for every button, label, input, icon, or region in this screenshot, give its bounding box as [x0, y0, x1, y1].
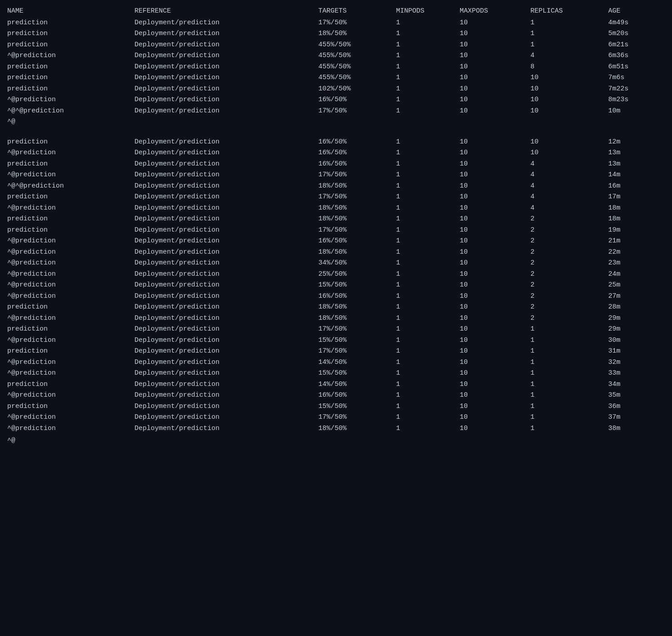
table-row: ^@predictionDeployment/prediction15%/50%…: [7, 280, 665, 291]
cell-name: ^@prediction: [7, 423, 134, 434]
cell-age: 35m: [608, 390, 665, 401]
cell-maxpods: 10: [460, 159, 530, 170]
cell-name: ^@prediction: [7, 269, 134, 280]
cell-minpods: 1: [396, 269, 460, 280]
cell-targets: 34%/50%: [318, 258, 396, 269]
cell-minpods: 1: [396, 72, 460, 84]
cell-age: [608, 116, 665, 128]
cell-age: 7m6s: [608, 72, 665, 84]
cell-age: 19m: [608, 225, 665, 236]
table-row: predictionDeployment/prediction18%/50%11…: [7, 214, 665, 225]
cell-name: prediction: [7, 225, 134, 236]
cell-reference: Deployment/prediction: [134, 335, 318, 346]
cell-age: 17m: [608, 192, 665, 203]
cell-minpods: 1: [396, 170, 460, 181]
table-container: NAME REFERENCE TARGETS MINPODS MAXPODS R…: [7, 5, 665, 434]
cell-maxpods: 10: [460, 192, 530, 203]
cell-targets: 17%/50%: [318, 170, 396, 181]
cell-targets: 16%/50%: [318, 291, 396, 302]
cell-replicas: 2: [530, 214, 608, 225]
cell-maxpods: 10: [460, 357, 530, 368]
cell-maxpods: 10: [460, 225, 530, 236]
cell-reference: Deployment/prediction: [134, 203, 318, 214]
table-row: ^@predictionDeployment/prediction18%/50%…: [7, 423, 665, 434]
cell-name: ^@prediction: [7, 258, 134, 269]
cell-targets: 14%/50%: [318, 379, 396, 390]
cell-reference: Deployment/prediction: [134, 192, 318, 203]
table-row: ^@predictionDeployment/prediction455%/50…: [7, 50, 665, 62]
cell-replicas: 1: [530, 423, 608, 434]
cell-name: prediction: [7, 28, 134, 40]
cell-minpods: 1: [396, 192, 460, 203]
cell-minpods: 1: [396, 368, 460, 379]
cell-minpods: 1: [396, 28, 460, 40]
table-row: ^@predictionDeployment/prediction15%/50%…: [7, 335, 665, 346]
cell-replicas: 10: [530, 94, 608, 106]
table-row: ^@predictionDeployment/prediction34%/50%…: [7, 258, 665, 269]
cell-minpods: 1: [396, 346, 460, 357]
cell-reference: Deployment/prediction: [134, 148, 318, 159]
cell-maxpods: 10: [460, 368, 530, 379]
cell-age: 8m23s: [608, 94, 665, 106]
cell-age: 13m: [608, 159, 665, 170]
cell-age: 18m: [608, 214, 665, 225]
cell-maxpods: 10: [460, 379, 530, 390]
cell-name: ^@prediction: [7, 94, 134, 106]
table-body: predictionDeployment/prediction17%/50%11…: [7, 18, 665, 434]
cell-name: prediction: [7, 379, 134, 390]
cell-name: ^@prediction: [7, 236, 134, 247]
cell-targets: 455%/50%: [318, 72, 396, 84]
cell-maxpods: 10: [460, 269, 530, 280]
cell-name: prediction: [7, 192, 134, 203]
cell-replicas: 1: [530, 390, 608, 401]
cell-age: 28m: [608, 302, 665, 313]
cell-targets: 18%/50%: [318, 203, 396, 214]
table-row: ^@predictionDeployment/prediction15%/50%…: [7, 368, 665, 379]
cell-minpods: 1: [396, 313, 460, 324]
cell-maxpods: 10: [460, 313, 530, 324]
table-row: predictionDeployment/prediction18%/50%11…: [7, 28, 665, 40]
cell-targets: 18%/50%: [318, 28, 396, 40]
cell-maxpods: 10: [460, 412, 530, 423]
cell-targets: 16%/50%: [318, 390, 396, 401]
cell-reference: Deployment/prediction: [134, 247, 318, 258]
table-row: ^@predictionDeployment/prediction14%/50%…: [7, 357, 665, 368]
table-row: ^@predictionDeployment/prediction18%/50%…: [7, 203, 665, 214]
table-row: predictionDeployment/prediction17%/50%11…: [7, 192, 665, 203]
cell-name: ^@prediction: [7, 368, 134, 379]
cell-age: 21m: [608, 236, 665, 247]
cell-minpods: 1: [396, 106, 460, 117]
cell-replicas: 2: [530, 269, 608, 280]
cell-name: ^@^@prediction: [7, 106, 134, 117]
table-row: predictionDeployment/prediction16%/50%11…: [7, 137, 665, 148]
table-row: ^@predictionDeployment/prediction16%/50%…: [7, 94, 665, 106]
cell-maxpods: 10: [460, 137, 530, 148]
table-row: ^@^@predictionDeployment/prediction17%/5…: [7, 106, 665, 117]
cell-maxpods: [460, 116, 530, 128]
cell-replicas: 4: [530, 50, 608, 62]
cell-replicas: 2: [530, 291, 608, 302]
cell-replicas: 1: [530, 357, 608, 368]
cell-maxpods: 10: [460, 401, 530, 412]
cell-targets: 17%/50%: [318, 346, 396, 357]
cell-minpods: 1: [396, 40, 460, 51]
cell-minpods: 1: [396, 258, 460, 269]
cell-name: prediction: [7, 137, 134, 148]
cell-targets: 18%/50%: [318, 247, 396, 258]
hpa-table: NAME REFERENCE TARGETS MINPODS MAXPODS R…: [7, 5, 665, 434]
col-header-name: NAME: [7, 5, 134, 18]
cell-reference: Deployment/prediction: [134, 225, 318, 236]
cell-age: 32m: [608, 357, 665, 368]
cursor-line: ^@: [7, 434, 665, 446]
cell-targets: 15%/50%: [318, 335, 396, 346]
cell-replicas: [530, 116, 608, 128]
cell-reference: Deployment/prediction: [134, 28, 318, 40]
cell-age: 33m: [608, 368, 665, 379]
cell-targets: 15%/50%: [318, 280, 396, 291]
cell-name: ^@prediction: [7, 203, 134, 214]
cell-replicas: 4: [530, 170, 608, 181]
cell-replicas: 2: [530, 225, 608, 236]
cell-targets: 15%/50%: [318, 401, 396, 412]
cell-minpods: 1: [396, 390, 460, 401]
cell-reference: Deployment/prediction: [134, 379, 318, 390]
